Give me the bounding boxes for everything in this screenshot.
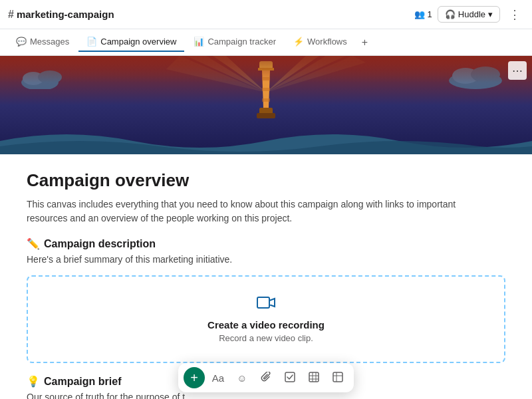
- add-content-button[interactable]: +: [184, 367, 205, 388]
- bulb-icon: 💡: [27, 375, 40, 388]
- tab-workflows-label: Workflows: [307, 37, 347, 47]
- tab-workflows[interactable]: ⚡ Workflows: [285, 33, 355, 52]
- tab-messages[interactable]: 💬 Messages: [8, 33, 77, 52]
- campaign-tracker-tab-icon: 📊: [194, 37, 204, 47]
- messages-tab-icon: 💬: [16, 37, 27, 47]
- campaign-overview-tab-icon: 📄: [86, 37, 97, 47]
- tab-campaign-tracker-label: Campaign tracker: [207, 37, 276, 47]
- video-box-title: Create a video recording: [47, 319, 485, 331]
- members-count[interactable]: 👥 1: [414, 9, 432, 19]
- bottom-toolbar: + Aa ☺: [178, 363, 354, 392]
- svg-rect-30: [333, 372, 342, 382]
- chevron-down-icon: ▾: [488, 9, 493, 19]
- campaign-brief-title: Campaign brief: [44, 376, 121, 388]
- more-options-button[interactable]: ⋮: [505, 5, 524, 24]
- layout-button[interactable]: [327, 367, 348, 388]
- campaign-description-title: Campaign description: [44, 238, 156, 250]
- tab-messages-label: Messages: [30, 37, 69, 47]
- video-recording-box[interactable]: Create a video recording Record a new vi…: [27, 275, 505, 363]
- hero-image: ⋯: [0, 56, 532, 154]
- text-icon: Aa: [212, 372, 224, 384]
- members-number: 1: [428, 9, 432, 19]
- channel-name-text: marketing-campaign: [17, 9, 114, 20]
- text-format-button[interactable]: Aa: [207, 367, 229, 388]
- tab-campaign-overview[interactable]: 📄 Campaign overview: [78, 33, 184, 52]
- emoji-button[interactable]: ☺: [231, 367, 253, 388]
- hero-background: [0, 56, 532, 154]
- top-bar: # marketing-campaign 👥 1 🎧 Huddle ▾ ⋮: [0, 0, 532, 29]
- table-icon: [309, 372, 319, 384]
- svg-rect-24: [285, 372, 295, 382]
- huddle-label: Huddle: [458, 9, 485, 19]
- tab-campaign-tracker[interactable]: 📊 Campaign tracker: [186, 33, 284, 52]
- checkbox-icon: [285, 372, 295, 384]
- headphone-icon: 🎧: [445, 9, 456, 19]
- hash-symbol: #: [8, 9, 14, 21]
- add-tab-button[interactable]: +: [356, 34, 373, 51]
- workflows-tab-icon: ⚡: [293, 37, 304, 47]
- channel-name: # marketing-campaign: [8, 9, 114, 21]
- plus-icon: +: [190, 370, 198, 386]
- layout-icon: [332, 372, 343, 384]
- attach-button[interactable]: [255, 367, 277, 388]
- campaign-description-heading: ✏️ Campaign description: [27, 237, 505, 250]
- pencil-icon: ✏️: [27, 237, 40, 250]
- huddle-button[interactable]: 🎧 Huddle ▾: [438, 6, 500, 23]
- top-bar-actions: 👥 1 🎧 Huddle ▾ ⋮: [414, 5, 524, 24]
- tab-bar: 💬 Messages 📄 Campaign overview 📊 Campaig…: [0, 29, 532, 56]
- svg-rect-10: [262, 88, 270, 91]
- video-box-subtitle: Record a new video clip.: [47, 333, 485, 343]
- members-icon: 👥: [414, 9, 425, 19]
- video-camera-icon: [47, 295, 485, 314]
- emoji-icon: ☺: [237, 372, 247, 384]
- checkbox-button[interactable]: [279, 367, 301, 388]
- tab-campaign-overview-label: Campaign overview: [100, 37, 176, 47]
- svg-rect-25: [309, 372, 319, 382]
- main-content: Campaign overview This canvas includes e…: [0, 154, 532, 399]
- campaign-description-text: Here's a brief summary of this marketing…: [27, 254, 505, 265]
- hero-more-button[interactable]: ⋯: [508, 61, 527, 80]
- page-title: Campaign overview: [27, 170, 505, 191]
- campaign-brief-text: Our source of truth for the purpose of t: [27, 392, 505, 399]
- svg-rect-13: [257, 113, 275, 118]
- svg-rect-20: [257, 297, 269, 308]
- table-button[interactable]: [303, 367, 325, 388]
- waves: [0, 121, 532, 154]
- page-description: This canvas includes everything that you…: [27, 198, 459, 225]
- svg-rect-11: [262, 98, 270, 102]
- attach-icon: [261, 372, 271, 384]
